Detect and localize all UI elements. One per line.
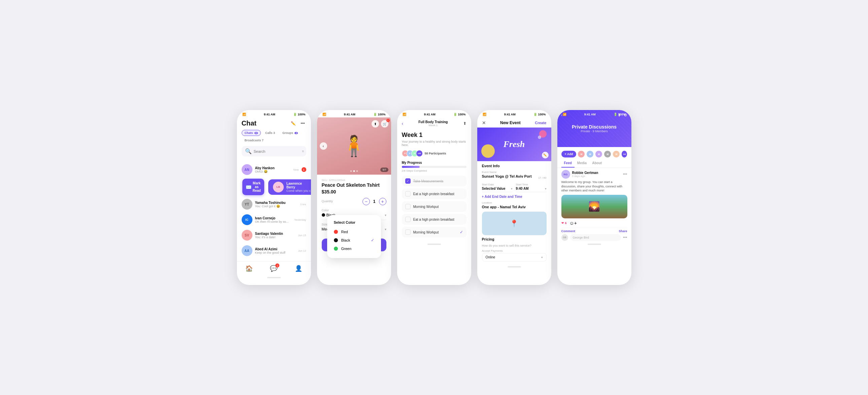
- tab-calls[interactable]: Calls 3: [262, 130, 278, 136]
- tab-chats[interactable]: Chats 6: [242, 130, 261, 136]
- edit-banner-button[interactable]: ✏️: [542, 152, 549, 159]
- task-item[interactable]: Morning Workput ✓: [402, 227, 466, 237]
- task-done-icon: ✓: [460, 230, 463, 234]
- tab-media[interactable]: Media: [575, 159, 589, 168]
- participants-count-badge: +54: [416, 150, 423, 157]
- start-time-col: Start Time 9:40 AM ▾: [516, 183, 547, 192]
- mark-as-read-label: Mark as Read: [253, 182, 261, 193]
- share-link[interactable]: Share: [619, 229, 627, 233]
- chat-time-ic: Yesterday: [294, 218, 306, 221]
- progress-steps: 2/8 Steps Completed: [402, 169, 466, 172]
- tab-groups[interactable]: Groups 2: [279, 130, 301, 136]
- share-button[interactable]: ⬆: [463, 121, 466, 126]
- post-time: 3 days ago: [572, 175, 621, 178]
- fitness-subtitle: Week 1: [418, 124, 447, 127]
- screen-chat: 📶 9:41 AM 🔋 100% Chat ✏️ ••• Chats 6 Cal…: [237, 110, 311, 285]
- avatar-yt: YT: [242, 199, 252, 209]
- more-icon[interactable]: •••: [300, 120, 306, 127]
- close-button[interactable]: ✕: [482, 120, 486, 126]
- search-bar[interactable]: 🔍 ≡: [242, 146, 306, 157]
- week-desc: Your journey to a healthy and strong bod…: [402, 140, 466, 147]
- chat-preview: OMGI 😂: [255, 170, 291, 173]
- color-option-green[interactable]: Green: [334, 244, 374, 253]
- comment-more-icon[interactable]: •••: [623, 235, 627, 240]
- nav-profile[interactable]: 👤: [295, 265, 302, 272]
- screen-fitness: 📶 9:41 AM 🔋 100% ‹ Full Body Training We…: [397, 110, 471, 285]
- color-picker-popup: Select Color Red Black ✓ Green: [327, 215, 381, 258]
- chat-item[interactable]: IC Ivan Cornejo OK then I'll come by som…: [237, 212, 311, 227]
- pd-feed: RG Robbie Gertman 3 days ago ••• Welcome…: [557, 170, 631, 241]
- avatar-sv: SV: [242, 230, 252, 240]
- edit-icon[interactable]: ✏️: [290, 120, 297, 127]
- mark-read-row: ✉️ Mark as Read LB Lawrence Berry Come w…: [237, 177, 311, 197]
- tab-broadcasts[interactable]: Broadcasts 7: [242, 137, 267, 143]
- nav-chat[interactable]: 💬 2: [270, 265, 277, 272]
- task-item[interactable]: Morning Workput: [402, 201, 466, 212]
- fitness-title: Full Body Training: [418, 120, 447, 124]
- pd-members-row: + Add M M M M M +4: [557, 147, 631, 159]
- chat-item-highlighted[interactable]: LB Lawrence Berry Come when you c: [268, 179, 311, 195]
- like-button[interactable]: ❤ 6: [561, 221, 567, 225]
- share-icon[interactable]: ⬆: [372, 120, 379, 128]
- create-button[interactable]: Create: [535, 121, 546, 125]
- nav-home[interactable]: 🏠: [245, 265, 253, 272]
- product-back-button[interactable]: ‹: [320, 142, 327, 150]
- add-member-button[interactable]: + Add: [561, 151, 577, 158]
- task-item[interactable]: Eat a high protein breakfast: [402, 214, 466, 225]
- product-action-icons: ⬆ 🛒 2: [372, 120, 389, 128]
- chat-preview-lb: Come when you c: [286, 189, 311, 193]
- quantity-decrease[interactable]: −: [363, 198, 370, 205]
- member-avatar: M: [578, 151, 585, 158]
- filter-icon[interactable]: ≡: [302, 150, 304, 153]
- color-option-black[interactable]: Black ✓: [334, 236, 374, 244]
- progress-bar-fill: [402, 166, 420, 168]
- product-name: Peace Out Skeleton Tshirt: [322, 183, 386, 188]
- mark-as-read-button[interactable]: ✉️ Mark as Read: [242, 179, 264, 195]
- start-date-select[interactable]: Selected Value ▾: [482, 187, 513, 192]
- color-option-red[interactable]: Red: [334, 228, 374, 236]
- comment-link[interactable]: Comment: [561, 229, 576, 233]
- map-pin-icon: 📍: [510, 219, 518, 227]
- fitness-header: ‹ Full Body Training Week 1 ⬆: [397, 118, 471, 128]
- comment-input[interactable]: George Bird: [570, 234, 621, 241]
- task-text: Take Measurements: [413, 179, 443, 183]
- bottom-nav: 🏠 💬 2 👤: [237, 261, 311, 277]
- location-value: One app - Namal Tel Aviv: [482, 205, 547, 209]
- avatar-aa: AA: [242, 245, 252, 256]
- avatar-ic: IC: [242, 214, 252, 225]
- react-button[interactable]: ☺+: [569, 220, 577, 226]
- pd-tabs: Feed Media About: [557, 159, 631, 168]
- chat-time-yt: 3 hrs: [300, 203, 306, 206]
- participants-label: 58 Participants: [425, 152, 446, 155]
- task-list: Take Measurements Eat a high protein bre…: [402, 176, 466, 237]
- post-more-button[interactable]: •••: [623, 172, 627, 177]
- tab-feed[interactable]: Feed: [561, 159, 575, 168]
- product-image-icon: 🧍: [341, 136, 367, 156]
- accept-payments-select[interactable]: Online ▾: [482, 253, 547, 261]
- start-time-select[interactable]: 9:40 AM ▾: [516, 187, 547, 192]
- cart-icon[interactable]: 🛒 2: [381, 120, 389, 128]
- chat-item[interactable]: YT Yamaha Toshinobu You: Cool got it 😄 3…: [237, 197, 311, 212]
- event-header: ✕ New Event Create: [477, 118, 551, 128]
- chat-time-aa: Jun 12: [298, 249, 306, 252]
- back-button[interactable]: ‹: [402, 121, 404, 126]
- quantity-increase[interactable]: +: [379, 198, 386, 205]
- search-input[interactable]: [254, 150, 300, 154]
- tab-about[interactable]: About: [589, 159, 604, 168]
- chat-list: AN Aby Hankon OMGI 😂 Now 1 ✉️ Mark as Re…: [237, 162, 311, 258]
- chat-time-sv: Jun 15: [298, 234, 306, 237]
- task-item[interactable]: Eat a high protein breakfast: [402, 189, 466, 199]
- chat-item-info: Aby Hankon OMGI 😂: [255, 166, 291, 173]
- battery-icon-3: 🔋 100%: [453, 113, 466, 116]
- chat-item[interactable]: AA Abed Al Azimi Keep on the good stuff …: [237, 243, 311, 258]
- task-text: Eat a high protein breakfast: [413, 192, 454, 196]
- chat-item[interactable]: AN Aby Hankon OMGI 😂 Now 1: [237, 162, 311, 177]
- chat-preview-yt: You: Cool got it 😄: [255, 204, 298, 208]
- start-date-col: Start Date Selected Value ▾: [482, 183, 513, 192]
- screen-product: 📶 9:41 AM 🔋 100% 🧍 ‹ ⬆ 🛒 2 5/7: [317, 110, 391, 285]
- pricing-desc: How do you want to sell this service?: [482, 244, 547, 247]
- add-end-date-button[interactable]: + Add End Date and Time: [482, 195, 547, 198]
- task-item[interactable]: Take Measurements: [402, 176, 466, 187]
- start-date-value: Selected Value: [482, 187, 505, 191]
- chat-item[interactable]: SV Santiago Valentin You: it's a date! J…: [237, 227, 311, 243]
